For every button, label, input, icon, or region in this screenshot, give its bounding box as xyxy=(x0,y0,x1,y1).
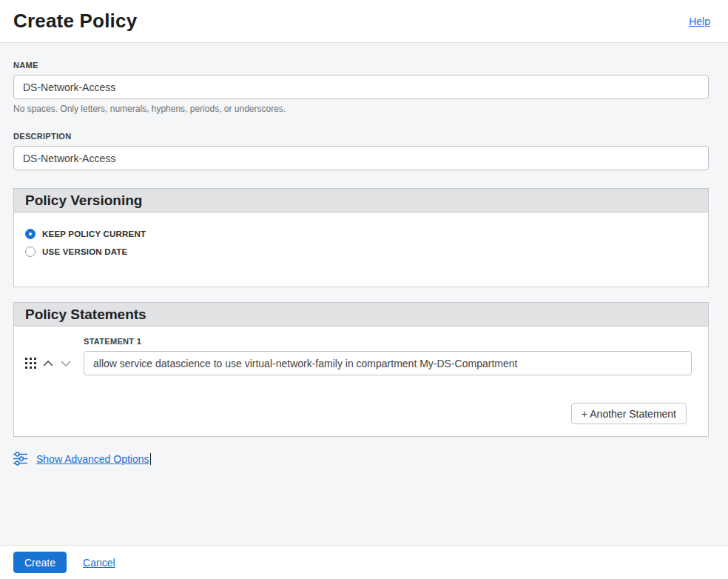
help-link[interactable]: Help xyxy=(689,16,710,27)
cancel-link[interactable]: Cancel xyxy=(83,557,115,569)
move-statement-down-button[interactable] xyxy=(60,360,72,367)
radio-icon xyxy=(25,229,36,239)
policy-statements-header: Policy Statements xyxy=(14,303,708,327)
page-title: Create Policy xyxy=(13,10,137,33)
radio-label: KEEP POLICY CURRENT xyxy=(42,230,146,238)
sliders-icon xyxy=(13,452,27,466)
statement-1-input[interactable] xyxy=(84,351,692,375)
move-statement-up-button[interactable] xyxy=(42,360,54,367)
description-field-block: DESCRIPTION xyxy=(13,132,709,170)
policy-statements-title: Policy Statements xyxy=(25,307,146,323)
create-button[interactable]: Create xyxy=(13,552,67,573)
name-field-block: NAME No spaces. Only letters, numerals, … xyxy=(13,61,709,114)
radio-keep-policy-current[interactable]: KEEP POLICY CURRENT xyxy=(25,229,697,239)
name-input[interactable] xyxy=(13,75,709,99)
statement-row xyxy=(14,351,708,375)
description-label: DESCRIPTION xyxy=(13,132,709,141)
policy-statements-section: Policy Statements STATEMENT 1 xyxy=(13,302,709,437)
policy-versioning-body: KEEP POLICY CURRENT USE VERSION DATE xyxy=(14,212,708,287)
statement-controls xyxy=(14,358,84,369)
description-input[interactable] xyxy=(13,146,709,170)
main-content: NAME No spaces. Only letters, numerals, … xyxy=(0,43,728,545)
another-statement-button[interactable]: + Another Statement xyxy=(571,403,687,424)
policy-versioning-section: Policy Versioning KEEP POLICY CURRENT US… xyxy=(13,188,709,287)
drag-handle-icon[interactable] xyxy=(25,358,36,369)
policy-versioning-title: Policy Versioning xyxy=(25,193,142,209)
show-advanced-options-link[interactable]: Show Advanced Options xyxy=(36,453,149,465)
radio-use-version-date[interactable]: USE VERSION DATE xyxy=(25,247,697,257)
policy-statements-body: STATEMENT 1 xyxy=(14,327,708,436)
radio-icon xyxy=(25,247,36,257)
page-footer: Create Cancel xyxy=(0,545,728,579)
radio-label: USE VERSION DATE xyxy=(42,247,127,256)
text-caret xyxy=(150,453,151,465)
page-header: Create Policy Help xyxy=(0,0,728,43)
add-statement-row: + Another Statement xyxy=(14,403,708,424)
policy-versioning-header: Policy Versioning xyxy=(14,189,708,212)
statement-1-label: STATEMENT 1 xyxy=(84,337,708,346)
name-label: NAME xyxy=(13,61,709,70)
name-helper-text: No spaces. Only letters, numerals, hyphe… xyxy=(13,104,709,114)
advanced-options-row: Show Advanced Options xyxy=(13,452,709,466)
